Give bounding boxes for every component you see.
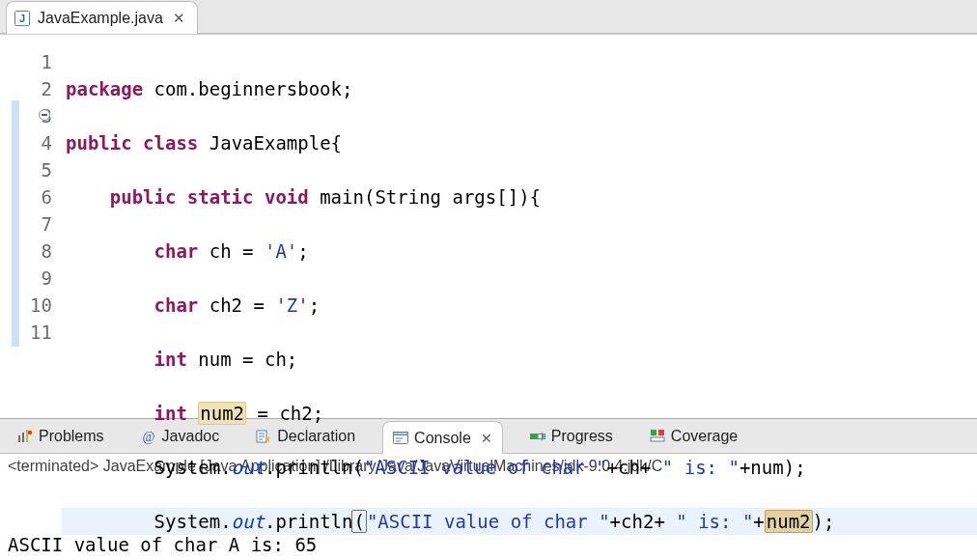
problems-icon bbox=[17, 429, 33, 444]
gutter: 1 2 3 4 5 6 7 8 9 10 11 bbox=[0, 35, 62, 393]
svg-rect-3 bbox=[22, 433, 24, 442]
svg-point-5 bbox=[28, 431, 33, 435]
code-line: public class JavaExample{ bbox=[66, 129, 977, 156]
code-line: char ch = 'A'; bbox=[66, 238, 977, 265]
fold-stripe bbox=[12, 100, 19, 347]
occurrence-mark: num2 bbox=[765, 510, 813, 533]
code-line: int num2 = ch2; bbox=[66, 400, 977, 427]
code-line: public static void main(String args[]){ bbox=[66, 183, 977, 210]
editor-tab-active[interactable]: J JavaExample.java ✕ bbox=[6, 1, 198, 34]
close-tab-icon[interactable]: ✕ bbox=[481, 431, 492, 446]
close-tab-icon[interactable]: ✕ bbox=[171, 10, 187, 27]
svg-rect-9 bbox=[394, 432, 408, 434]
editor-tab-label: JavaExample.java bbox=[38, 10, 163, 27]
svg-rect-4 bbox=[26, 430, 28, 442]
code-line: char ch2 = 'Z'; bbox=[66, 292, 977, 319]
console-icon bbox=[393, 431, 408, 446]
tab-label: Console bbox=[414, 430, 471, 447]
code-line: package com.beginnersbook; bbox=[66, 75, 977, 102]
java-file-icon: J bbox=[14, 11, 30, 26]
svg-text:J: J bbox=[19, 13, 25, 24]
code-line: int num = ch; bbox=[66, 346, 977, 373]
fold-toggle-icon[interactable] bbox=[39, 109, 50, 121]
occurrence-mark: num2 bbox=[198, 402, 246, 425]
code-line-current: System.out.println("ASCII value of char … bbox=[62, 508, 977, 535]
svg-rect-2 bbox=[18, 435, 20, 442]
code-area[interactable]: package com.beginnersbook; public class … bbox=[62, 35, 977, 393]
code-editor[interactable]: 1 2 3 4 5 6 7 8 9 10 11 package com.begi… bbox=[0, 34, 977, 393]
bracket-match-indicator: ( bbox=[351, 510, 366, 533]
code-line: System.out.println("ASCII value of char … bbox=[66, 454, 977, 481]
tab-console[interactable]: Console ✕ bbox=[382, 421, 503, 454]
editor-tabbar: J JavaExample.java ✕ bbox=[0, 0, 977, 34]
